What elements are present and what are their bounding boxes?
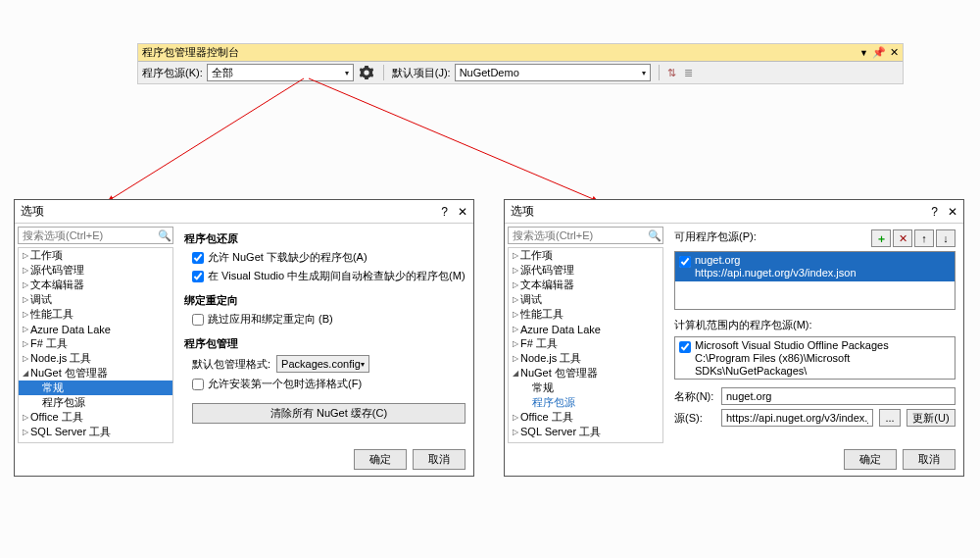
tree-node[interactable]: ◢NuGet 包管理器 <box>509 366 662 380</box>
twisty-icon: ▷ <box>21 280 30 289</box>
dropdown-icon[interactable]: ▼ <box>859 48 868 58</box>
tree-label: 调试 <box>30 292 52 307</box>
tree-node[interactable]: ▷性能工具 <box>509 307 662 322</box>
tree-node[interactable]: ▷F# 工具 <box>19 336 172 351</box>
tree-node[interactable]: 常规 <box>509 380 662 395</box>
move-up-button[interactable]: ↑ <box>914 229 934 247</box>
dialog-title-text: 选项 <box>511 203 534 220</box>
machine-sources-list[interactable]: Microsoft Visual Studio Offline Packages… <box>674 336 956 380</box>
twisty-icon: ▷ <box>511 339 520 348</box>
tree-node[interactable]: ◢NuGet 包管理器 <box>19 366 172 380</box>
dialog-titlebar: 选项 ? ✕ <box>15 200 473 223</box>
tree-node[interactable]: ▷源代码管理 <box>19 263 172 278</box>
machine-sources-label: 计算机范围内的程序包源(M): <box>674 318 956 332</box>
tree-node[interactable]: ▷源代码管理 <box>509 263 662 278</box>
tree-label: 工作项 <box>30 248 63 263</box>
tree-label: Azure Data Lake <box>30 324 111 335</box>
tree-label: 文本编辑器 <box>520 278 574 292</box>
options-tree[interactable]: ▷工作项▷源代码管理▷文本编辑器▷调试▷性能工具▷Azure Data Lake… <box>18 247 173 443</box>
pin-icon[interactable]: 📌 <box>872 46 886 59</box>
source-checkbox[interactable] <box>679 256 691 268</box>
dbg-icon[interactable]: ⇅ <box>667 67 676 79</box>
source-input[interactable] <box>721 409 873 427</box>
svg-line-1 <box>309 78 598 201</box>
cb-allow-download[interactable]: 允许 NuGet 下载缺少的程序包(A) <box>192 250 466 265</box>
tree-node[interactable]: ▷SQL Server 工具 <box>19 425 172 439</box>
tree-label: Node.js 工具 <box>30 351 91 366</box>
close-icon[interactable]: ✕ <box>890 46 899 59</box>
svg-line-0 <box>108 78 304 201</box>
browse-button[interactable]: ... <box>879 409 901 427</box>
options-tree[interactable]: ▷工作项▷源代码管理▷文本编辑器▷调试▷性能工具▷Azure Data Lake… <box>508 247 663 443</box>
cancel-button[interactable]: 取消 <box>903 449 956 470</box>
twisty-icon: ▷ <box>511 413 520 422</box>
clear-cache-button[interactable]: 清除所有 NuGet 缓存(C) <box>192 403 466 424</box>
search-input[interactable] <box>513 229 648 241</box>
tree-node[interactable]: ▷文本编辑器 <box>509 278 662 292</box>
help-icon[interactable]: ? <box>931 205 938 219</box>
twisty-icon: ◢ <box>511 369 520 378</box>
format-select[interactable]: Packages.config ▾ <box>276 355 369 373</box>
name-input[interactable] <box>721 387 956 405</box>
source-item-nuget[interactable]: nuget.org https://api.nuget.org/v3/index… <box>675 252 955 281</box>
options-content-pane: 可用程序包源(P): ＋ ✕ ↑ ↓ nuget.org https://api… <box>666 223 963 443</box>
ok-button[interactable]: 确定 <box>844 449 897 470</box>
sources-toolbar: ＋ ✕ ↑ ↓ <box>871 229 956 247</box>
tree-node[interactable]: ▷Azure Data Lake <box>509 322 662 336</box>
help-icon[interactable]: ? <box>441 205 448 219</box>
chevron-down-icon: ▾ <box>345 69 349 77</box>
search-input[interactable] <box>23 229 158 241</box>
tree-node[interactable]: ▷工作项 <box>19 248 172 263</box>
update-button[interactable]: 更新(U) <box>906 409 956 427</box>
tree-node[interactable]: 程序包源 <box>19 395 172 410</box>
tree-node[interactable]: ▷文本编辑器 <box>19 278 172 292</box>
tree-node[interactable]: ▷Office 工具 <box>19 410 172 425</box>
tree-label: 常规 <box>532 380 554 395</box>
available-sources-list[interactable]: nuget.org https://api.nuget.org/v3/index… <box>674 251 956 310</box>
twisty-icon: ◢ <box>21 369 30 378</box>
tree-label: 源代码管理 <box>30 263 84 278</box>
separator <box>659 65 660 80</box>
tree-node[interactable]: 程序包源 <box>509 395 662 410</box>
format-label: 默认包管理格式: <box>192 357 270 372</box>
package-source-select[interactable]: 全部 ▾ <box>207 64 354 81</box>
twisty-icon: ▷ <box>511 354 520 363</box>
options-nav-pane: 🔍 ▷工作项▷源代码管理▷文本编辑器▷调试▷性能工具▷Azure Data La… <box>505 223 666 443</box>
source-checkbox[interactable] <box>679 341 691 353</box>
tree-node[interactable]: ▷Azure Data Lake <box>19 322 172 336</box>
cb-allow-first-install[interactable]: 允许安装第一个包时选择格式(F) <box>192 377 466 391</box>
tree-node[interactable]: ▷性能工具 <box>19 307 172 322</box>
options-search[interactable]: 🔍 <box>18 227 173 244</box>
move-down-button[interactable]: ↓ <box>936 229 956 247</box>
close-icon[interactable]: ✕ <box>458 205 467 219</box>
cb-auto-check[interactable]: 在 Visual Studio 中生成期间自动检查缺少的程序包(M) <box>192 269 466 283</box>
cb-skip-redirect[interactable]: 跳过应用和绑定重定向 (B) <box>192 312 466 327</box>
close-icon[interactable]: ✕ <box>948 205 957 219</box>
ok-button[interactable]: 确定 <box>354 449 407 470</box>
section-package-management: 程序包管理 <box>184 336 466 351</box>
tree-label: Office 工具 <box>30 410 83 425</box>
options-nav-pane: 🔍 ▷工作项▷源代码管理▷文本编辑器▷调试▷性能工具▷Azure Data La… <box>15 223 176 443</box>
tree-node[interactable]: ▷Node.js 工具 <box>19 351 172 366</box>
default-project-label: 默认项目(J): <box>392 66 451 80</box>
tree-node[interactable]: ▷Node.js 工具 <box>509 351 662 366</box>
tree-node[interactable]: ▷调试 <box>509 292 662 307</box>
tree-node[interactable]: ▷工作项 <box>509 248 662 263</box>
remove-source-button[interactable]: ✕ <box>893 229 912 247</box>
tree-node[interactable]: ▷F# 工具 <box>509 336 662 351</box>
dialog-footer: 确定 取消 <box>15 443 473 476</box>
tree-node[interactable]: ▷SQL Server 工具 <box>509 425 662 439</box>
source-item-offline[interactable]: Microsoft Visual Studio Offline Packages… <box>675 337 955 380</box>
cancel-button[interactable]: 取消 <box>413 449 466 470</box>
tree-label: 工作项 <box>520 248 553 263</box>
tree-node[interactable]: ▷Office 工具 <box>509 410 662 425</box>
default-project-select[interactable]: NuGetDemo ▾ <box>455 64 651 81</box>
list-icon[interactable]: ≣ <box>684 67 693 79</box>
options-search[interactable]: 🔍 <box>508 227 663 244</box>
add-source-button[interactable]: ＋ <box>871 229 891 247</box>
tree-label: NuGet 包管理器 <box>520 366 598 380</box>
tree-node[interactable]: 常规 <box>19 380 172 395</box>
console-toolbar: 程序包源(K): 全部 ▾ 默认项目(J): NuGetDemo ▾ ⇅ ≣ <box>138 61 903 83</box>
settings-gear-button[interactable] <box>358 64 375 81</box>
tree-node[interactable]: ▷调试 <box>19 292 172 307</box>
